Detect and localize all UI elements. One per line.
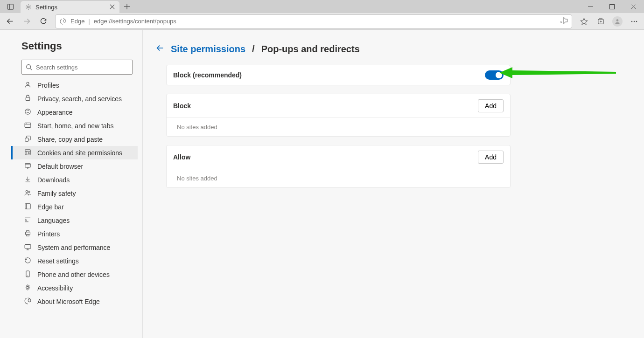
sidebar-item-reset-settings[interactable]: Reset settings — [11, 254, 138, 268]
tab-actions-button[interactable] — [0, 0, 21, 13]
annotation-arrow — [499, 63, 616, 83]
refresh-icon — [40, 18, 47, 25]
back-arrow-icon — [156, 44, 164, 52]
svg-rect-8 — [609, 4, 614, 9]
sidebar-item-icon — [24, 283, 32, 293]
sidebar-item-languages[interactable]: ALanguages — [11, 214, 138, 227]
sidebar-item-printers[interactable]: Printers — [11, 227, 138, 241]
tab-close-button[interactable] — [110, 4, 115, 11]
sidebar-item-privacy-search-and-services[interactable]: Privacy, search, and services — [11, 92, 138, 105]
collections-button[interactable] — [593, 14, 609, 28]
sidebar-item-icon — [24, 94, 32, 103]
nav-back-button[interactable] — [2, 14, 18, 28]
settings-heading: Settings — [11, 40, 138, 52]
favorites-button[interactable] — [576, 14, 592, 28]
svg-point-26 — [27, 82, 29, 84]
breadcrumb-parent-link[interactable]: Site permissions — [171, 44, 245, 55]
sidebar-item-system-and-performance[interactable]: System and performance — [11, 241, 138, 254]
sidebar-item-icon — [24, 108, 32, 117]
svg-point-23 — [636, 21, 637, 22]
sidebar-item-default-browser[interactable]: Default browser — [11, 159, 138, 173]
address-bar[interactable]: Edge | edge://settings/content/popups G — [55, 14, 572, 28]
settings-search[interactable] — [21, 60, 133, 75]
sidebar-item-profiles[interactable]: Profiles — [11, 78, 138, 92]
svg-rect-47 — [27, 230, 29, 232]
forward-arrow-icon — [23, 17, 31, 25]
browser-tab-settings[interactable]: Settings — [21, 1, 119, 13]
svg-point-22 — [634, 21, 635, 22]
svg-rect-0 — [7, 4, 13, 9]
sidebar-item-icon — [24, 229, 32, 239]
settings-search-input[interactable] — [36, 64, 128, 71]
svg-line-25 — [30, 69, 32, 70]
read-aloud-button[interactable]: G — [560, 16, 568, 26]
sidebar-item-icon — [24, 270, 32, 279]
sidebar-item-about-microsoft-edge[interactable]: About Microsoft Edge — [11, 295, 138, 308]
breadcrumb-back-button[interactable] — [156, 44, 164, 55]
allow-list-empty: No sites added — [167, 169, 510, 187]
svg-rect-49 — [25, 244, 31, 248]
sidebar-item-icon — [24, 135, 32, 144]
arrow-icon — [499, 63, 616, 82]
sidebar-item-edge-bar[interactable]: Edge bar — [11, 200, 138, 214]
svg-text:G: G — [560, 21, 562, 23]
allow-list-card: Allow Add No sites added — [166, 145, 511, 188]
sidebar-item-cookies-and-site-permissions[interactable]: Cookies and site permissions — [11, 146, 138, 159]
settings-nav-list: ProfilesPrivacy, search, and servicesApp… — [11, 78, 138, 308]
address-url: edge://settings/content/popups — [94, 18, 176, 25]
new-tab-button[interactable] — [119, 0, 134, 13]
window-maximize-button[interactable] — [601, 0, 623, 13]
svg-text:A: A — [25, 218, 27, 221]
block-recommended-label: Block (recommended) — [173, 71, 242, 79]
settings-content: Settings ProfilesPrivacy, search, and se… — [0, 30, 644, 338]
avatar-icon — [612, 16, 623, 27]
back-arrow-icon — [6, 17, 14, 25]
svg-point-41 — [26, 190, 28, 192]
profile-button[interactable] — [609, 14, 625, 28]
svg-point-42 — [28, 191, 30, 192]
sidebar-item-label: Appearance — [37, 109, 73, 116]
svg-point-2 — [28, 6, 29, 8]
sidebar-item-label: Profiles — [37, 82, 59, 89]
breadcrumb-leaf: Pop-ups and redirects — [261, 44, 360, 55]
app-menu-button[interactable] — [626, 14, 642, 28]
window-close-button[interactable] — [623, 0, 644, 13]
sidebar-item-start-home-and-new-tabs[interactable]: Start, home, and new tabs — [11, 119, 138, 132]
star-icon — [580, 17, 588, 25]
sidebar-item-icon: A — [24, 216, 32, 225]
edge-logo-icon — [59, 18, 67, 25]
sidebar-item-share-copy-and-paste[interactable]: Share, copy and paste — [11, 132, 138, 146]
nav-refresh-button[interactable] — [35, 14, 51, 28]
nav-forward-button[interactable] — [19, 14, 35, 28]
sidebar-item-accessibility[interactable]: Accessibility — [11, 281, 138, 295]
minimize-icon — [588, 4, 593, 9]
sidebar-item-appearance[interactable]: Appearance — [11, 105, 138, 119]
block-recommended-toggle[interactable] — [485, 70, 504, 80]
address-separator: | — [88, 18, 90, 25]
close-icon — [110, 4, 115, 9]
ellipsis-icon — [630, 18, 638, 25]
sidebar-item-phone-and-other-devices[interactable]: Phone and other devices — [11, 268, 138, 281]
svg-point-21 — [631, 21, 633, 22]
sidebar-item-downloads[interactable]: Downloads — [11, 173, 138, 186]
allow-list-add-button[interactable]: Add — [478, 151, 504, 164]
read-aloud-icon: G — [560, 16, 568, 25]
svg-marker-56 — [499, 67, 616, 78]
block-list-add-button[interactable]: Add — [478, 99, 504, 112]
window-titlebar: Settings — [0, 0, 644, 13]
close-icon — [631, 4, 636, 9]
plus-icon — [124, 4, 130, 9]
sidebar-item-icon — [24, 256, 32, 266]
sidebar-item-label: Cookies and site permissions — [37, 149, 122, 157]
settings-main: Site permissions / Pop-ups and redirects… — [143, 30, 644, 338]
sidebar-item-label: Family safety — [37, 190, 76, 197]
svg-rect-37 — [25, 163, 30, 167]
svg-point-36 — [28, 152, 29, 154]
sidebar-item-label: Privacy, search, and services — [37, 95, 122, 103]
sidebar-item-icon — [24, 189, 32, 198]
address-brand-label: Edge — [70, 18, 84, 25]
sidebar-item-icon — [24, 175, 32, 185]
sidebar-item-family-safety[interactable]: Family safety — [11, 186, 138, 200]
window-minimize-button[interactable] — [580, 0, 601, 13]
tab-actions-icon — [7, 3, 14, 10]
